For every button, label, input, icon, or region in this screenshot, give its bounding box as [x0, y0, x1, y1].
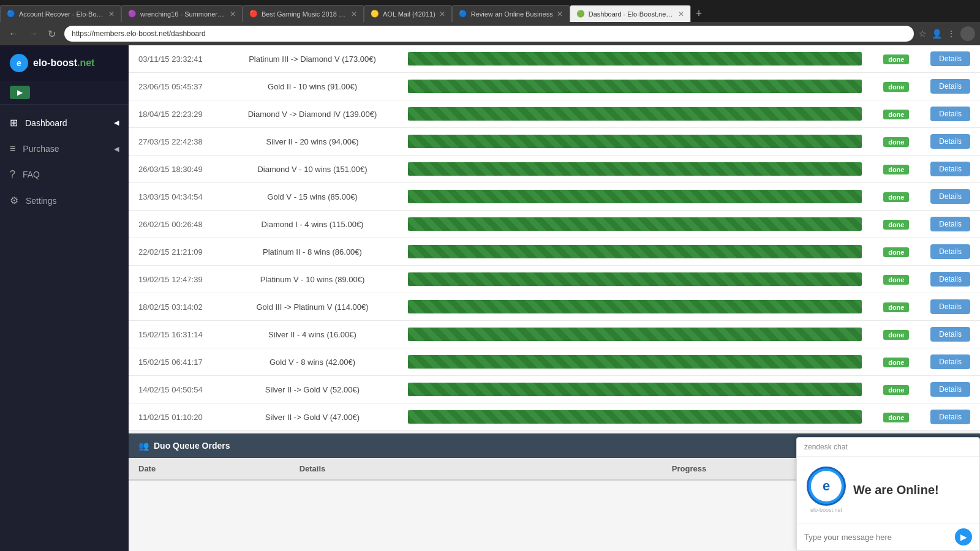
order-action-cell[interactable]: Details — [921, 376, 980, 403]
order-date: 27/03/15 22:42:38 — [129, 128, 227, 156]
order-action-cell[interactable]: Details — [921, 321, 980, 348]
zendesk-header: zendesk chat — [797, 438, 979, 457]
tab-close-icon[interactable]: ✕ — [557, 10, 563, 18]
tab-dashboard-active[interactable]: 🟢 Dashboard - Elo-Boost.net - L... ✕ — [570, 5, 691, 22]
order-action-cell[interactable]: Details — [921, 128, 980, 156]
order-action-cell[interactable]: Details — [921, 348, 980, 376]
details-button[interactable]: Details — [930, 244, 970, 259]
order-action-cell[interactable]: Details — [921, 403, 980, 431]
order-status-cell: done — [872, 100, 921, 128]
tab-favicon: 🔵 — [7, 10, 15, 18]
refresh-button[interactable]: ↻ — [44, 27, 59, 41]
user-area: ▶ — [0, 81, 129, 105]
details-button[interactable]: Details — [930, 217, 970, 231]
table-row: 13/03/15 04:34:54 Gold V - 15 wins (85.0… — [129, 183, 980, 211]
details-button[interactable]: Details — [930, 134, 970, 149]
status-badge: done — [883, 165, 909, 174]
order-details: Gold V - 15 wins (85.00€) — [227, 183, 398, 211]
tab-close-icon[interactable]: ✕ — [351, 10, 357, 18]
order-details: Platinum III -> Diamond V (173.00€) — [227, 45, 398, 73]
tab-gaming-music[interactable]: 🔴 Best Gaming Music 2018 ♫ Be... ✕ — [243, 5, 364, 22]
col-details-header: Details — [227, 458, 398, 479]
zendesk-send-button[interactable]: ▶ — [955, 528, 972, 545]
order-action-cell[interactable]: Details — [921, 238, 980, 266]
order-progress-cell — [398, 348, 872, 376]
faq-icon: ? — [10, 169, 15, 180]
details-button[interactable]: Details — [930, 107, 970, 121]
user-button[interactable]: ▶ — [10, 86, 30, 99]
zendesk-message-input[interactable] — [804, 533, 950, 542]
progress-bar-fill — [408, 52, 862, 66]
order-action-cell[interactable]: Details — [921, 156, 980, 183]
table-row: 22/02/15 21:21:09 Platinum II - 8 wins (… — [129, 238, 980, 266]
table-row: 23/06/15 05:45:37 Gold II - 10 wins (91.… — [129, 73, 980, 100]
status-badge: done — [883, 247, 909, 257]
order-date: 23/06/15 05:45:37 — [129, 73, 227, 100]
order-action-cell[interactable]: Details — [921, 183, 980, 211]
zendesk-logo-inner: e — [811, 471, 842, 501]
table-row: 18/02/15 03:14:02 Gold III -> Platinum V… — [129, 293, 980, 321]
progress-bar-fill — [408, 272, 862, 286]
tab-close-icon[interactable]: ✕ — [439, 10, 445, 18]
sidebar-item-settings[interactable]: ⚙ Settings — [0, 187, 129, 214]
order-status-cell: done — [872, 321, 921, 348]
details-button[interactable]: Details — [930, 162, 970, 176]
duo-section-title: Duo Queue Orders — [154, 441, 230, 451]
tab-review-business[interactable]: 🔵 Review an Online Business ✕ — [452, 5, 570, 22]
progress-bar-fill — [408, 383, 862, 396]
details-button[interactable]: Details — [930, 354, 970, 369]
order-action-cell[interactable]: Details — [921, 266, 980, 293]
order-action-cell[interactable]: Details — [921, 211, 980, 238]
address-bar[interactable]: https://members.elo-boost.net/dashboard — [64, 26, 914, 42]
sidebar-item-dashboard[interactable]: ⊞ Dashboard ◀ — [0, 110, 129, 136]
tab-account-recover[interactable]: 🔵 Account Recover - Elo-Boost.n... ✕ — [0, 5, 121, 22]
order-details: Silver II - 20 wins (94.00€) — [227, 128, 398, 156]
new-tab-button[interactable]: + — [691, 5, 707, 22]
tab-bar: 🔵 Account Recover - Elo-Boost.n... ✕ 🟣 w… — [0, 0, 980, 22]
profile-icon[interactable]: 👤 — [932, 29, 942, 39]
back-button[interactable]: ← — [5, 27, 22, 41]
order-action-cell[interactable]: Details — [921, 293, 980, 321]
dashboard-icon: ⊞ — [10, 117, 18, 129]
progress-bar-fill — [408, 355, 862, 369]
table-row: 14/02/15 04:50:54 Silver II -> Gold V (5… — [129, 376, 980, 403]
order-progress-cell — [398, 321, 872, 348]
details-button[interactable]: Details — [930, 51, 970, 66]
order-date: 18/04/15 22:23:29 — [129, 100, 227, 128]
table-row: 27/03/15 22:42:38 Silver II - 20 wins (9… — [129, 128, 980, 156]
order-progress-cell — [398, 100, 872, 128]
menu-icon[interactable]: ⋮ — [947, 29, 956, 39]
tab-close-icon[interactable]: ✕ — [678, 10, 684, 18]
details-button[interactable]: Details — [930, 272, 970, 287]
order-progress-cell — [398, 183, 872, 211]
details-button[interactable]: Details — [930, 327, 970, 342]
bookmark-icon[interactable]: ☆ — [919, 29, 927, 39]
nav-icons: ☆ 👤 ⋮ — [919, 29, 956, 39]
sidebar-item-faq[interactable]: ? FAQ — [0, 162, 129, 187]
progress-bar-fill — [408, 410, 862, 424]
tab-wrenching[interactable]: 🟣 wrenching16 - Summoner Sta... ✕ — [121, 5, 243, 22]
order-progress-cell — [398, 403, 872, 431]
chevron-right-icon: ◀ — [114, 119, 119, 127]
progress-bar-container — [408, 107, 862, 121]
order-date: 13/03/15 04:34:54 — [129, 183, 227, 211]
tab-close-icon[interactable]: ✕ — [108, 10, 115, 18]
details-button[interactable]: Details — [930, 410, 970, 424]
order-date: 11/02/15 01:10:20 — [129, 403, 227, 431]
details-button[interactable]: Details — [930, 79, 970, 94]
order-action-cell[interactable]: Details — [921, 45, 980, 73]
profile-avatar — [960, 26, 975, 41]
details-button[interactable]: Details — [930, 382, 970, 397]
zendesk-logo: e — [807, 467, 846, 506]
order-action-cell[interactable]: Details — [921, 100, 980, 128]
forward-button[interactable]: → — [24, 27, 42, 41]
sidebar: e elo-boost.net ▶ ⊞ Dashboard ◀ ≡ Purcha… — [0, 45, 129, 551]
details-button[interactable]: Details — [930, 189, 970, 204]
order-action-cell[interactable]: Details — [921, 73, 980, 100]
tab-close-icon[interactable]: ✕ — [230, 10, 236, 18]
details-button[interactable]: Details — [930, 299, 970, 314]
progress-bar-container — [408, 328, 862, 341]
tab-aol-mail[interactable]: 🟡 AOL Mail (42011) ✕ — [364, 5, 452, 22]
sidebar-item-purchase[interactable]: ≡ Purchase ◀ — [0, 136, 129, 162]
zendesk-input-area[interactable]: ▶ — [797, 523, 979, 550]
